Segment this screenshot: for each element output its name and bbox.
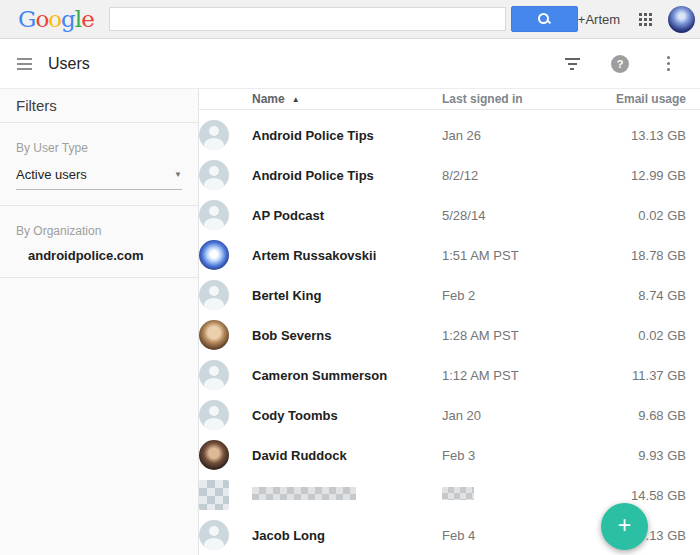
- search-icon: [537, 12, 551, 26]
- user-name: AP Podcast: [252, 208, 442, 223]
- user-name: Bob Severns: [252, 328, 442, 343]
- filters-title: Filters: [0, 89, 198, 122]
- column-header-last-signed-in[interactable]: Last signed in: [442, 92, 590, 106]
- user-last-signed-in: [442, 487, 590, 503]
- help-button[interactable]: ?: [608, 52, 632, 76]
- user-avatar: [199, 400, 229, 430]
- search-input[interactable]: [109, 7, 506, 31]
- user-avatar: [199, 120, 229, 150]
- user-last-signed-in: Jan 20: [442, 408, 590, 423]
- user-name: Bertel King: [252, 288, 442, 303]
- page-title: Users: [48, 55, 90, 73]
- search-bar: [109, 6, 578, 32]
- user-last-signed-in: 1:12 AM PST: [442, 368, 590, 383]
- divider: [0, 205, 198, 206]
- user-type-dropdown[interactable]: Active users ▼: [16, 167, 182, 190]
- user-avatar: [199, 440, 229, 470]
- table-row[interactable]: Bob Severns 1:28 AM PST 0.02 GB: [199, 315, 700, 355]
- redacted-name: [252, 487, 356, 500]
- user-name: Android Police Tips: [252, 168, 442, 183]
- column-header-name[interactable]: Name: [252, 92, 442, 106]
- user-avatar: [199, 280, 229, 310]
- user-name: Cameron Summerson: [252, 368, 442, 383]
- user-last-signed-in: Feb 3: [442, 448, 590, 463]
- help-icon: ?: [611, 55, 629, 73]
- table-row[interactable]: Android Police Tips 8/2/12 12.99 GB: [199, 155, 700, 195]
- filter-button[interactable]: [560, 52, 584, 76]
- table-row[interactable]: David Ruddock Feb 3 9.93 GB: [199, 435, 700, 475]
- more-vertical-icon: [667, 56, 670, 71]
- user-name: Jacob Long: [252, 528, 442, 543]
- user-email-usage: 0.02 GB: [590, 208, 700, 223]
- user-avatar: [199, 240, 229, 270]
- redacted-date: [442, 487, 474, 500]
- more-options-button[interactable]: [656, 52, 680, 76]
- user-last-signed-in: Feb 4: [442, 528, 590, 543]
- table-row[interactable]: AP Podcast 5/28/14 0.02 GB: [199, 195, 700, 235]
- content-area: Filters By User Type Active users ▼ By O…: [0, 89, 700, 555]
- user-rows: Android Police Tips Jan 26 13.13 GB Andr…: [199, 110, 700, 555]
- user-avatar: [199, 320, 229, 350]
- user-email-usage: 14.58 GB: [590, 488, 700, 503]
- divider: [0, 277, 198, 278]
- user-avatar: [199, 360, 229, 390]
- user-avatar: [199, 520, 229, 550]
- user-name: Artem Russakovskii: [252, 248, 442, 263]
- table-row[interactable]: Bertel King Feb 2 8.74 GB: [199, 275, 700, 315]
- account-avatar[interactable]: [668, 6, 695, 33]
- divider: [0, 122, 198, 123]
- plus-icon: +: [618, 514, 631, 537]
- user-email-usage: 11.37 GB: [590, 368, 700, 383]
- table-row[interactable]: Artem Russakovskii 1:51 AM PST 18.78 GB: [199, 235, 700, 275]
- chevron-down-icon: ▼: [174, 170, 182, 179]
- user-last-signed-in: 1:51 AM PST: [442, 248, 590, 263]
- user-avatar: [199, 200, 229, 230]
- user-name: [252, 487, 442, 503]
- table-header: Name Last signed in Email usage: [199, 89, 700, 110]
- organization-label: By Organization: [16, 224, 182, 238]
- user-avatar: [199, 480, 229, 510]
- table-row[interactable]: Android Police Tips Jan 26 13.13 GB: [199, 115, 700, 155]
- user-email-usage: 9.93 GB: [590, 448, 700, 463]
- user-type-label: By User Type: [16, 141, 182, 155]
- apps-grid-icon[interactable]: [639, 13, 652, 26]
- app-header: Users ?: [0, 39, 700, 89]
- user-name: Cody Toombs: [252, 408, 442, 423]
- user-type-selected: Active users: [16, 167, 87, 182]
- user-last-signed-in: Feb 2: [442, 288, 590, 303]
- column-header-email-usage[interactable]: Email usage: [590, 92, 700, 106]
- sort-asc-icon: [285, 92, 300, 106]
- table-row[interactable]: Cody Toombs Jan 20 9.68 GB: [199, 395, 700, 435]
- user-avatar: [199, 160, 229, 190]
- user-name: David Ruddock: [252, 448, 442, 463]
- users-table: Name Last signed in Email usage Android …: [199, 89, 700, 555]
- user-email-usage: 12.99 GB: [590, 168, 700, 183]
- user-last-signed-in: Jan 26: [442, 128, 590, 143]
- user-email-usage: 0.02 GB: [590, 328, 700, 343]
- user-email-usage: 18.78 GB: [590, 248, 700, 263]
- user-last-signed-in: 5/28/14: [442, 208, 590, 223]
- account-link[interactable]: +Artem: [578, 12, 620, 27]
- user-name: Android Police Tips: [252, 128, 442, 143]
- header-actions: ?: [536, 52, 680, 76]
- search-button[interactable]: [511, 6, 578, 32]
- filters-sidebar: Filters By User Type Active users ▼ By O…: [0, 89, 199, 555]
- admin-console-page: Google +Artem Users: [0, 0, 700, 555]
- user-last-signed-in: 8/2/12: [442, 168, 590, 183]
- sidebar-item-organization[interactable]: androidpolice.com: [28, 248, 182, 263]
- user-email-usage: 8.74 GB: [590, 288, 700, 303]
- hamburger-menu-icon[interactable]: [17, 58, 32, 70]
- filter-icon: [565, 58, 580, 70]
- user-last-signed-in: 1:28 AM PST: [442, 328, 590, 343]
- google-logo: Google: [18, 8, 94, 31]
- table-row[interactable]: Cameron Summerson 1:12 AM PST 11.37 GB: [199, 355, 700, 395]
- user-email-usage: 9.68 GB: [590, 408, 700, 423]
- add-user-button[interactable]: +: [601, 503, 648, 550]
- top-bar: Google +Artem: [0, 0, 700, 39]
- user-email-usage: 13.13 GB: [590, 128, 700, 143]
- topbar-right: +Artem: [578, 6, 695, 33]
